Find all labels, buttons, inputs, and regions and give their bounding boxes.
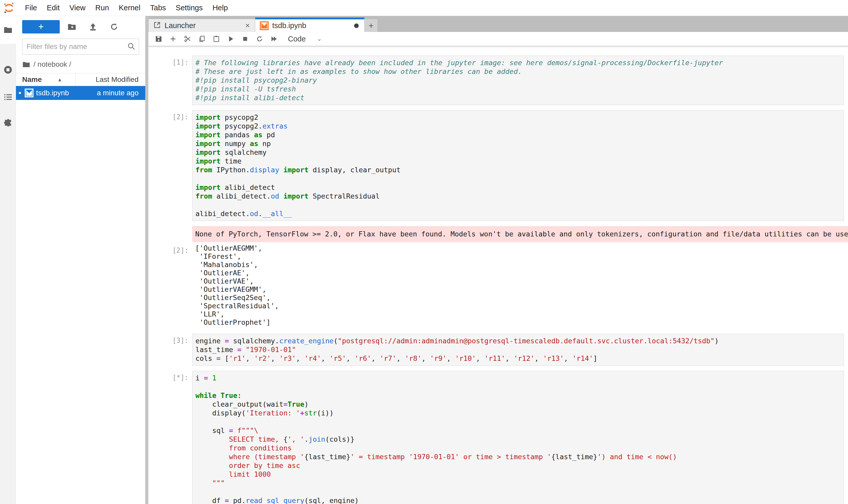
- file-name: tsdb.ipynb: [36, 89, 69, 97]
- cell-editor[interactable]: i = 1 while True: clear_output(wait=True…: [192, 371, 844, 504]
- code-line: import psycopg2.extras: [196, 122, 841, 130]
- code-line: import alibi_detect: [196, 183, 841, 192]
- fast-forward-icon: [270, 35, 277, 42]
- new-launcher-button[interactable]: +: [22, 20, 60, 34]
- cell-editor[interactable]: import psycopg2import psycopg2.extrasimp…: [192, 110, 844, 221]
- code-line: # These are just left in as examples to …: [196, 67, 841, 76]
- code-line: clear_output(wait=True): [196, 400, 841, 409]
- refresh-button[interactable]: [105, 20, 123, 34]
- sort-ascending-icon: ▲: [57, 77, 62, 83]
- file-browser-tab[interactable]: [0, 16, 16, 44]
- upload-button[interactable]: [84, 20, 102, 34]
- run-button[interactable]: [223, 33, 238, 45]
- paste-cells-button[interactable]: [209, 33, 223, 45]
- file-row-tsdb[interactable]: • tsdb.ipynb a minute ago: [16, 86, 145, 100]
- menu-kernel[interactable]: Kernel: [114, 0, 145, 16]
- menu-settings[interactable]: Settings: [171, 0, 208, 16]
- code-cell[interactable]: [2]:import psycopg2import psycopg2.extra…: [148, 110, 844, 221]
- output-line: 'OutlierVAEGMM',: [195, 285, 841, 293]
- tab-launcher-label: Launcher: [165, 21, 240, 30]
- panel-splitter[interactable]: [145, 16, 148, 504]
- breadcrumb-path: / notebook /: [34, 60, 71, 69]
- output-line: 'IForest',: [195, 252, 841, 260]
- code-line: last_time = "1970-01-01": [196, 345, 841, 354]
- file-browser-panel: +: [16, 16, 145, 504]
- upload-icon: [89, 22, 97, 31]
- new-folder-icon: [68, 22, 76, 31]
- input-prompt: [3]:: [148, 334, 192, 366]
- save-button[interactable]: [151, 33, 166, 45]
- code-line: [196, 417, 841, 426]
- kernel-running-dot: •: [19, 89, 24, 97]
- code-line: from alibi_detect.od import SpectralResi…: [196, 192, 841, 201]
- code-line: df = pd.read_sql_query(sql, engine): [196, 496, 841, 504]
- cut-cells-button[interactable]: [180, 33, 195, 45]
- file-browser-toolbar: +: [16, 16, 145, 36]
- restart-run-all-button[interactable]: [267, 33, 281, 45]
- tab-close-icon[interactable]: ×: [240, 21, 255, 30]
- notebook-icon: [260, 21, 269, 30]
- dock-tab-bar: Launcher × tsdb.ipynb +: [148, 16, 848, 32]
- table-of-contents-tab[interactable]: [0, 88, 16, 106]
- code-line: alibi_detect.od.__all__: [196, 210, 841, 218]
- code-line: where (timestamp '{last_time}' = timesta…: [196, 452, 841, 461]
- tab-tsdb-label: tsdb.ipynb: [272, 21, 354, 30]
- menu-tabs[interactable]: Tabs: [145, 0, 171, 16]
- code-line: [196, 201, 841, 210]
- extension-manager-tab[interactable]: [0, 114, 16, 132]
- code-line: from conditions: [196, 444, 841, 452]
- notebook-toolbar: Code ⌄: [148, 32, 848, 46]
- code-cell[interactable]: [3]:engine = sqlalchemy.create_engine("p…: [148, 334, 844, 366]
- cell-type-value: Code: [288, 35, 306, 43]
- menu-run[interactable]: Run: [90, 0, 114, 16]
- code-cell[interactable]: [*]:i = 1 while True: clear_output(wait=…: [148, 371, 844, 504]
- breadcrumb[interactable]: / notebook /: [16, 55, 145, 73]
- execute-result: [2]:['OutlierAEGMM', 'IForest', 'Mahalan…: [148, 244, 844, 327]
- file-list-header: Name ▲ Last Modified: [16, 73, 145, 86]
- paste-icon: [213, 35, 220, 42]
- menu-file[interactable]: File: [20, 0, 42, 16]
- output-line: 'OutlierAE',: [195, 269, 841, 277]
- output-line: 'SpectralResidual',: [195, 302, 841, 310]
- new-tab-button[interactable]: +: [364, 19, 378, 32]
- tab-launcher[interactable]: Launcher ×: [148, 19, 255, 32]
- scissors-icon: [184, 35, 191, 42]
- plus-icon: [169, 35, 177, 42]
- interrupt-kernel-button[interactable]: [238, 33, 252, 45]
- launcher-icon: [153, 21, 161, 30]
- menu-edit[interactable]: Edit: [42, 0, 65, 16]
- unsaved-changes-dot[interactable]: [354, 23, 359, 28]
- stderr-text: None of PyTorch, TensorFlow >= 2.0, or F…: [195, 230, 848, 238]
- cell-editor[interactable]: # The following libraries have already b…: [192, 56, 844, 105]
- code-line: [196, 174, 841, 183]
- code-line: import pandas as pd: [196, 130, 841, 139]
- cell-editor[interactable]: engine = sqlalchemy.create_engine("postg…: [192, 334, 844, 366]
- menu-view[interactable]: View: [65, 0, 90, 16]
- column-header-last-modified[interactable]: Last Modified: [76, 75, 145, 84]
- restart-kernel-button[interactable]: [252, 33, 267, 45]
- refresh-icon: [110, 22, 119, 31]
- code-line: import psycopg2: [196, 113, 841, 122]
- tab-tsdb-notebook[interactable]: tsdb.ipynb: [255, 18, 364, 32]
- notebook-content[interactable]: [1]:# The following libraries have alrea…: [148, 46, 848, 504]
- add-cell-button[interactable]: [166, 33, 180, 45]
- menu-help[interactable]: Help: [208, 0, 233, 16]
- code-line: [196, 487, 841, 496]
- code-line: limit 1000: [196, 470, 841, 479]
- running-kernels-tab[interactable]: [0, 61, 16, 79]
- output-line: 'Mahalanobis',: [195, 260, 841, 269]
- filter-files-wrapper: [22, 39, 139, 55]
- cell-type-dropdown[interactable]: Code ⌄: [288, 35, 322, 43]
- restart-icon: [256, 35, 263, 42]
- code-cell[interactable]: [1]:# The following libraries have alrea…: [148, 56, 844, 105]
- code-line: while True:: [196, 391, 841, 400]
- output-line: ['OutlierAEGMM',: [195, 244, 841, 252]
- code-line: #!pip install psycopg2-binary: [196, 76, 841, 85]
- file-last-modified: a minute ago: [69, 89, 145, 97]
- code-line: display('Iteration: '+str(i)): [196, 409, 841, 417]
- code-line: order by time asc: [196, 461, 841, 470]
- copy-cells-button[interactable]: [195, 33, 209, 45]
- new-folder-button[interactable]: [63, 20, 81, 34]
- column-header-name[interactable]: Name ▲: [16, 73, 76, 86]
- filter-files-input[interactable]: [22, 39, 139, 55]
